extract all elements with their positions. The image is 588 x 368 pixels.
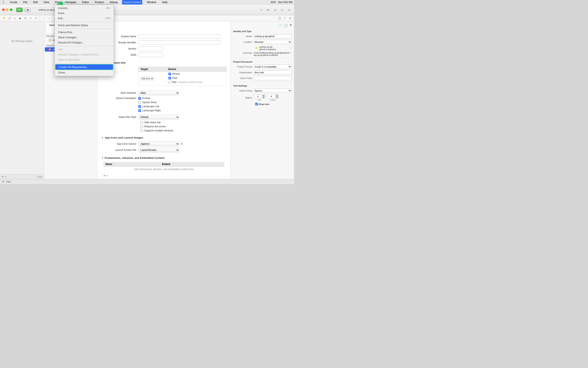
frameworks-embed-col: Embed bbox=[160, 162, 224, 167]
menubar-window[interactable]: Window bbox=[145, 0, 157, 5]
git-icon[interactable]: ⎇ bbox=[7, 16, 11, 20]
right-location-select[interactable]: Absolute bbox=[254, 40, 292, 44]
tab-width-input[interactable] bbox=[254, 94, 262, 98]
menubar-help[interactable]: Help bbox=[161, 0, 169, 5]
ipad-checkbox[interactable] bbox=[168, 77, 171, 79]
stash-menu-item[interactable]: Stash Changes... bbox=[55, 35, 114, 40]
status-bar-select[interactable]: Default bbox=[138, 115, 179, 119]
menubar-product[interactable]: Product bbox=[94, 0, 105, 5]
multiple-windows-checkbox[interactable] bbox=[140, 129, 143, 132]
right-path-reveal-icon[interactable]: ↗ bbox=[290, 52, 292, 55]
pull-menu-item[interactable]: Pull... ⌥⌘X bbox=[55, 16, 114, 21]
ios-version-cell[interactable]: iOS 13.2 bbox=[139, 72, 166, 86]
run-button[interactable]: ▶ bbox=[16, 8, 23, 12]
iphone-checkbox[interactable] bbox=[168, 73, 171, 75]
display-name-input[interactable] bbox=[138, 34, 220, 39]
app-icons-source-select[interactable]: AppIcon bbox=[138, 142, 179, 146]
menubar-editor[interactable]: Editor bbox=[81, 0, 90, 5]
indent-width-input[interactable] bbox=[267, 94, 275, 98]
frameworks-section-header[interactable]: ▼ Frameworks, Libraries, and Embedded Co… bbox=[101, 156, 226, 159]
history-icon[interactable]: 🕐 bbox=[284, 24, 288, 28]
menubar-source-control[interactable]: Source Control bbox=[122, 0, 142, 5]
portrait-checkbox[interactable] bbox=[138, 97, 141, 100]
nav-back-icon[interactable]: ‹ bbox=[42, 16, 46, 20]
menubar-view[interactable]: View bbox=[42, 0, 50, 5]
apple-menu[interactable]:  bbox=[2, 0, 5, 5]
nav-forward-icon[interactable]: › bbox=[47, 16, 51, 20]
commit-menu-item[interactable]: Commit... ⌘G bbox=[55, 6, 114, 11]
right-format-select[interactable]: Xcode 9.3-compatible bbox=[254, 65, 292, 69]
discard-all-menu-item[interactable]: Discard All Changes... bbox=[55, 40, 114, 45]
landscape-left-checkbox[interactable] bbox=[138, 105, 141, 108]
right-org-input[interactable] bbox=[254, 70, 292, 74]
maximize-button[interactable] bbox=[10, 8, 12, 11]
tab-up-button[interactable]: ▲ bbox=[262, 94, 265, 96]
identity-section-header[interactable]: ▼ Identity bbox=[101, 29, 226, 32]
clone-menu-item[interactable]: Clone... bbox=[55, 70, 114, 75]
orientation-checkboxes: Portrait Upside Down Landscape Left bbox=[138, 97, 161, 113]
indent-up-button[interactable]: ▲ bbox=[276, 94, 279, 96]
menubar-file[interactable]: File bbox=[22, 0, 29, 5]
close-tab-icon[interactable]: ✕ bbox=[288, 16, 292, 20]
wrap-lines-label[interactable]: Wrap lines bbox=[255, 103, 292, 105]
right-reveal-icon[interactable]: ↗ bbox=[290, 47, 292, 50]
portrait-checkbox-row: Portrait bbox=[138, 97, 161, 100]
right-name-input[interactable] bbox=[254, 34, 292, 38]
frameworks-remove-button[interactable]: − bbox=[106, 174, 108, 177]
mac-note: (requires macOS 10.15) bbox=[178, 81, 202, 83]
minimize-button[interactable] bbox=[6, 8, 9, 11]
warning-icon[interactable]: ⚠ bbox=[12, 16, 17, 20]
breakpoint-icon[interactable]: ◆ bbox=[18, 16, 22, 20]
app-icons-gear-icon[interactable]: ⚙ bbox=[180, 142, 183, 146]
right-indent-select[interactable]: Spaces Tabs bbox=[254, 89, 292, 93]
add-repo-button[interactable]: + bbox=[2, 175, 3, 179]
indent-down-button[interactable]: ▼ bbox=[276, 96, 279, 98]
upside-down-checkbox[interactable] bbox=[138, 101, 141, 104]
folder-icon[interactable]: 📁 bbox=[2, 16, 6, 20]
fetch-menu-item[interactable]: Fetch and Refresh Status bbox=[55, 23, 114, 28]
version-input[interactable] bbox=[138, 46, 163, 51]
main-interface-select[interactable]: Main bbox=[138, 91, 179, 95]
layout-icon-1[interactable]: ▭ bbox=[272, 8, 278, 12]
menubar-debug[interactable]: Debug bbox=[108, 0, 119, 5]
add-icon[interactable]: + bbox=[258, 8, 264, 12]
full-screen-checkbox[interactable] bbox=[140, 125, 143, 128]
tab-down-button[interactable]: ▼ bbox=[262, 96, 265, 98]
menubar-xcode[interactable]: Xcode bbox=[9, 0, 19, 5]
landscape-right-checkbox[interactable] bbox=[138, 109, 141, 112]
menubar-navigate[interactable]: Navigate bbox=[65, 0, 77, 5]
deployment-section-header[interactable]: ▼ Deployment Info bbox=[101, 61, 226, 64]
menubar-edit[interactable]: Edit bbox=[32, 0, 39, 5]
frameworks-add-button[interactable]: + bbox=[104, 174, 105, 177]
inspector-icon[interactable]: 📋 bbox=[277, 16, 282, 20]
hide-status-checkbox[interactable] bbox=[140, 121, 143, 124]
create-git-repos-menu-item[interactable]: Create Git Repositories... bbox=[55, 64, 113, 70]
mac-checkbox[interactable] bbox=[168, 81, 171, 83]
source-control-dropdown[interactable]: Commit... ⌘G Push... Pull... ⌥⌘X Fetch a… bbox=[55, 5, 114, 76]
right-class-prefix-input[interactable] bbox=[254, 76, 292, 80]
stop-button[interactable]: ■ bbox=[24, 8, 31, 12]
layout-icon-2[interactable]: ▭ bbox=[279, 8, 285, 12]
launch-screen-select[interactable]: LaunchScreen bbox=[138, 148, 179, 152]
menubar-find[interactable]: Find bbox=[54, 0, 61, 5]
report-icon[interactable]: ≡ bbox=[28, 16, 33, 20]
build-input[interactable] bbox=[138, 53, 163, 57]
remove-repo-button[interactable]: − bbox=[4, 175, 6, 179]
cherry-pick-label: Cherry-Pick... bbox=[58, 31, 74, 34]
push-menu-item[interactable]: Push... bbox=[55, 11, 114, 16]
right-class-prefix-label: Class Prefix bbox=[233, 77, 254, 79]
layout-icon-3[interactable]: ▭ bbox=[286, 8, 292, 12]
split-view-icon[interactable]: ⇄ bbox=[265, 8, 271, 12]
cherry-pick-menu-item[interactable]: Cherry-Pick... bbox=[55, 30, 114, 35]
bundle-id-input[interactable] bbox=[138, 40, 220, 45]
test-icon[interactable]: ☑ bbox=[23, 16, 28, 20]
ios-version-select[interactable]: iOS 13.2 bbox=[141, 77, 154, 81]
close-button[interactable] bbox=[2, 8, 5, 11]
wrap-lines-checkbox[interactable] bbox=[255, 103, 258, 105]
help-icon-small[interactable]: ? bbox=[283, 16, 287, 20]
memory-icon[interactable]: ⬡ bbox=[34, 16, 38, 20]
full-screen-row: Requires full screen bbox=[140, 125, 226, 128]
app-icons-section-header[interactable]: ▼ App Icons and Launch Images bbox=[101, 136, 226, 139]
file-inspector-icon[interactable]: 📄 bbox=[278, 24, 282, 28]
quick-help-icon[interactable]: ? bbox=[290, 24, 292, 28]
